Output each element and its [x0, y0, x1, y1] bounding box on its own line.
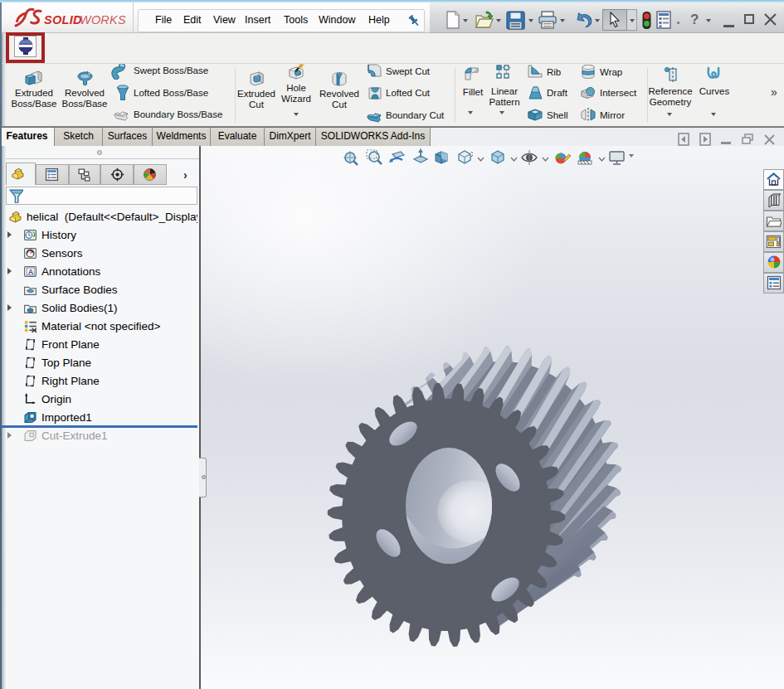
svg-text:WORKS: WORKS	[80, 13, 126, 27]
svg-text:SOLID: SOLID	[44, 13, 82, 27]
svg-text:A: A	[28, 268, 34, 276]
